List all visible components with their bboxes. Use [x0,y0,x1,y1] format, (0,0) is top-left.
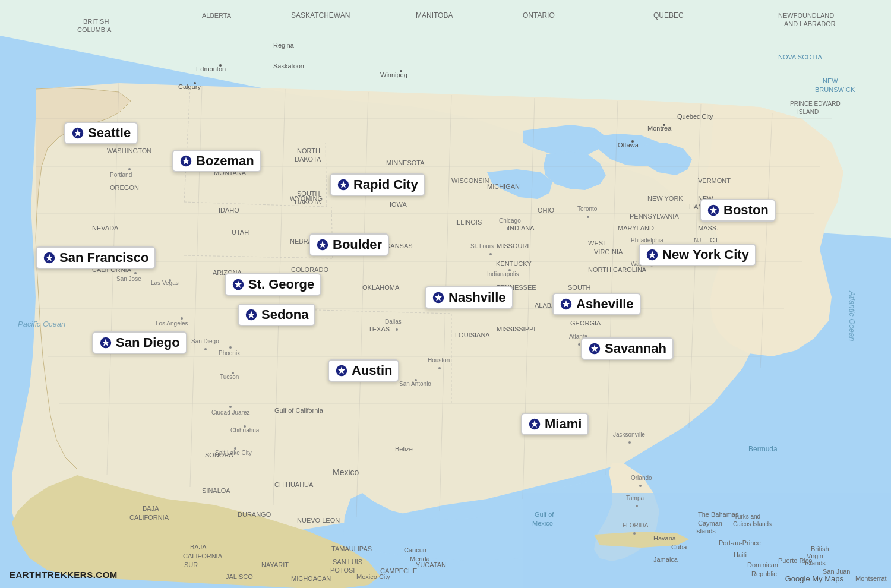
city-marker-san-francisco [43,251,56,264]
city-marker-san-diego [99,336,112,349]
svg-text:Islands: Islands [695,527,716,535]
svg-point-43 [400,70,402,72]
svg-point-136 [639,485,642,487]
svg-text:KANSAS: KANSAS [386,242,413,249]
svg-text:BAJA: BAJA [190,543,207,551]
svg-text:Montserrat: Montserrat [855,575,887,582]
svg-point-138 [636,505,638,507]
city-label-savannah[interactable]: Savannah [581,337,674,360]
city-name-austin: Austin [352,363,392,378]
svg-text:Belize: Belize [395,445,413,453]
city-name-asheville: Asheville [576,296,634,312]
svg-text:OHIO: OHIO [538,207,555,214]
svg-text:Gulf of California: Gulf of California [274,407,324,414]
svg-text:NJ: NJ [694,237,701,244]
svg-text:QUEBEC: QUEBEC [653,11,684,20]
city-label-nashville[interactable]: Nashville [425,286,513,309]
svg-text:PENNSYLVANIA: PENNSYLVANIA [630,213,679,220]
city-label-asheville[interactable]: Asheville [552,293,641,315]
svg-point-132 [578,343,580,346]
city-label-st-george[interactable]: St. George [225,273,321,296]
watermark: EARTHTREKKERS.COM [10,570,118,580]
svg-point-37 [219,64,222,67]
city-marker-savannah [588,342,601,355]
city-name-nashville: Nashville [448,290,506,305]
city-label-miami[interactable]: Miami [521,413,589,435]
svg-text:TAMAULIPAS: TAMAULIPAS [331,545,372,552]
svg-text:Mexico: Mexico [333,467,359,477]
city-marker-austin [335,364,348,377]
svg-text:MINNESOTA: MINNESOTA [386,159,425,166]
svg-point-124 [507,227,509,230]
svg-text:Los Angeles: Los Angeles [156,320,188,327]
city-label-bozeman[interactable]: Bozeman [172,150,261,172]
svg-text:SOUTH: SOUTH [297,190,320,197]
svg-text:MARYLAND: MARYLAND [618,225,654,232]
svg-text:Jamaica: Jamaica [653,556,678,563]
city-label-boulder[interactable]: Boulder [309,233,389,256]
svg-text:Republic: Republic [751,570,777,577]
city-label-san-diego[interactable]: San Diego [92,331,187,354]
city-marker-miami [528,418,541,431]
svg-text:St. Louis: St. Louis [470,243,494,249]
svg-text:Saskatoon: Saskatoon [273,62,304,69]
svg-text:POTOSI: POTOSI [330,567,355,574]
svg-text:ISLAND: ISLAND [797,109,819,115]
svg-text:Pacific Ocean: Pacific Ocean [18,320,65,328]
svg-text:Atlantic Ocean: Atlantic Ocean [848,290,857,342]
city-label-san-francisco[interactable]: San Francisco [36,246,156,269]
svg-text:OREGON: OREGON [110,184,139,191]
svg-text:SAN LUIS: SAN LUIS [333,558,362,565]
google-attribution: Google My Maps [785,574,843,583]
svg-text:VERMONT: VERMONT [698,177,731,184]
svg-text:IDAHO: IDAHO [219,207,239,214]
svg-point-108 [229,346,232,349]
svg-text:WEST: WEST [588,239,607,246]
svg-text:Philadelphia: Philadelphia [631,237,663,244]
svg-text:SINALOA: SINALOA [202,487,230,494]
svg-text:Tucson: Tucson [220,374,239,380]
svg-text:MICHIGAN: MICHIGAN [487,183,520,190]
svg-text:COLORADO: COLORADO [291,266,328,273]
city-name-miami: Miami [545,416,582,432]
svg-text:Quebec City: Quebec City [677,113,713,120]
svg-point-134 [628,441,631,444]
city-label-boston[interactable]: Boston [700,199,776,222]
svg-text:KENTUCKY: KENTUCKY [496,260,532,267]
svg-text:Orlando: Orlando [631,475,652,481]
svg-text:Dominican: Dominican [747,561,778,568]
svg-point-140 [633,532,636,535]
city-marker-sedona [245,308,258,321]
svg-text:CT: CT [710,236,719,244]
svg-text:Chihuahua: Chihuahua [230,427,260,434]
city-label-seattle[interactable]: Seattle [64,122,138,144]
city-marker-nashville [432,291,445,304]
city-label-new-york-city[interactable]: New York City [639,244,756,266]
svg-text:UTAH: UTAH [232,229,249,236]
svg-text:Indianapolis: Indianapolis [487,271,519,277]
svg-text:San Jose: San Jose [116,276,141,282]
svg-text:Port-au-Prince: Port-au-Prince [719,539,761,546]
city-name-st-george: St. George [248,277,314,292]
svg-text:WISCONSIN: WISCONSIN [451,177,489,184]
svg-text:Chicago: Chicago [499,217,521,224]
city-label-austin[interactable]: Austin [328,359,399,382]
city-name-rapid-city: Rapid City [353,177,418,192]
svg-text:MISSOURI: MISSOURI [497,242,529,249]
svg-text:Calgary: Calgary [178,83,201,90]
city-label-rapid-city[interactable]: Rapid City [330,173,425,196]
svg-text:ONTARIO: ONTARIO [523,11,555,20]
svg-text:AND LABRADOR: AND LABRADOR [784,20,836,27]
svg-text:Las Vegas: Las Vegas [151,280,179,286]
svg-text:Edmonton: Edmonton [196,65,226,72]
svg-text:NEVADA: NEVADA [92,225,119,232]
svg-text:NAYARIT: NAYARIT [261,561,289,568]
svg-text:LOUISIANA: LOUISIANA [455,331,490,339]
svg-text:Cancun: Cancun [404,546,426,554]
svg-text:Havana: Havana [653,535,677,542]
city-label-sedona[interactable]: Sedona [238,304,315,326]
svg-text:BRUNSWICK: BRUNSWICK [815,86,855,93]
svg-text:DAKOTA: DAKOTA [295,198,321,206]
svg-text:NEW: NEW [823,77,838,84]
svg-text:Jacksonville: Jacksonville [613,431,645,438]
